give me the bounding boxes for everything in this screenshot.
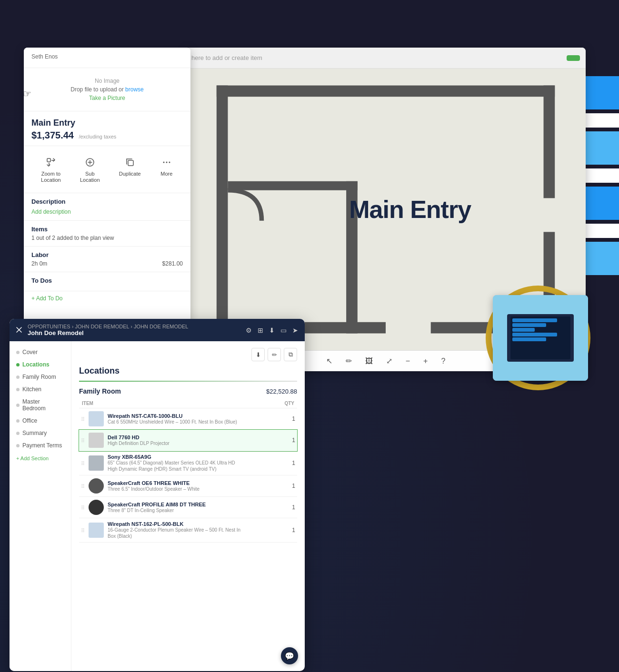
white-bar-2: [581, 168, 619, 183]
item-name: SpeakerCraft OE6 THREE WHITE: [108, 480, 200, 486]
svg-rect-2: [217, 86, 228, 334]
blue-accent-bars: [581, 76, 619, 275]
table-row: ⠿ Sony XBR-65A9G 65" Class (64.5" Diagon…: [79, 451, 297, 475]
item-name: Wirepath NST-CAT6-1000-BLU: [108, 413, 237, 419]
proposal-close-button[interactable]: [16, 326, 22, 335]
svg-point-14: [169, 162, 170, 163]
settings-icon-btn[interactable]: ⚙: [246, 326, 252, 334]
proposal-content: ⬇ ✏ ⧉ Locations Family Room $22,520.88 I…: [71, 341, 305, 671]
left-panel: Seth Enos No Image Drop file to upload o…: [24, 48, 190, 324]
location-price: $1,375.44: [31, 130, 74, 140]
ds-bar-3: [512, 328, 535, 332]
svg-rect-9: [47, 158, 50, 162]
toolbar-help-btn[interactable]: ?: [437, 355, 449, 367]
download-icon-btn[interactable]: ⬇: [269, 326, 275, 334]
search-add-button[interactable]: [567, 55, 580, 61]
sidebar-item-payment-terms[interactable]: Payment Terms: [10, 439, 71, 452]
more-button[interactable]: More: [155, 152, 178, 187]
sidebar-item-cover[interactable]: Cover: [10, 346, 71, 358]
image-upload-area[interactable]: No Image Drop file to upload or browse T…: [24, 68, 190, 111]
copy-action-btn[interactable]: ⧉: [284, 348, 297, 361]
floor-plan-search-bar[interactable]: here to add or create item: [186, 48, 586, 69]
device-preview-inner: [493, 295, 588, 381]
col-item-header: ITEM: [79, 399, 278, 408]
item-desc: 16-Gauge 2-Conductor Plenum Speaker Wire…: [108, 527, 241, 539]
proposal-body: Cover Locations Family Room Kitchen Mast…: [10, 341, 305, 671]
sub-location-button[interactable]: SubLocation: [75, 152, 105, 187]
download-action-btn[interactable]: ⬇: [251, 348, 265, 361]
take-picture-link[interactable]: Take a Picture: [31, 95, 183, 101]
duplicate-label: Duplicate: [119, 171, 141, 177]
browse-link[interactable]: browse: [125, 86, 144, 93]
labor-title: Labor: [31, 251, 183, 258]
item-thumb: [89, 455, 104, 471]
item-details: Wirepath NST-CAT6-1000-BLU Cat 6 550MHz …: [108, 413, 237, 425]
sidebar-dot-office: [16, 419, 20, 423]
drag-handle: ⠿: [81, 461, 85, 466]
sidebar-item-master-bedroom[interactable]: Master Bedroom: [10, 395, 71, 415]
svg-rect-8: [228, 181, 357, 190]
proposal-panel: OPPORTUNITIES › JOHN DOE REMODEL › JOHN …: [10, 319, 305, 671]
items-table: ITEM QTY ⠿ Wirepath NST-CAT6-1000-BLU Ca…: [79, 399, 297, 543]
toolbar-image-btn[interactable]: 🖼: [361, 355, 377, 367]
toolbar-expand-btn[interactable]: ⤢: [382, 355, 396, 367]
item-thumb: [89, 523, 104, 538]
ds-bar-1: [512, 318, 557, 322]
table-row: ⠿ Wirepath NST-CAT6-1000-BLU Cat 6 550MH…: [79, 408, 297, 430]
item-details: SpeakerCraft OE6 THREE WHITE Three 6.5" …: [108, 480, 200, 492]
add-todo-link[interactable]: + Add To Do: [24, 291, 190, 306]
blue-bar-1: [581, 76, 619, 109]
proposal-header-icons: ⚙ ⊞ ⬇ ▭ ➤: [246, 326, 298, 334]
toolbar-pen-btn[interactable]: ✏: [342, 355, 356, 367]
device-screen: [507, 314, 574, 362]
proposal-header: OPPORTUNITIES › JOHN DOE REMODEL › JOHN …: [10, 319, 305, 341]
search-placeholder: here to add or create item: [191, 54, 563, 61]
item-thumb: [89, 500, 104, 515]
todos-title: To Dos: [31, 277, 183, 284]
blue-bar-light-1: [581, 131, 619, 165]
edit-action-btn[interactable]: ✏: [268, 348, 281, 361]
sidebar-item-office[interactable]: Office: [10, 415, 71, 427]
item-desc: 65" Class (64.5" Diagonal) Master Series…: [108, 460, 241, 472]
locations-header: Locations: [79, 366, 297, 376]
sidebar-item-kitchen[interactable]: Kitchen: [10, 383, 71, 395]
item-name: Dell 7760 HD: [108, 435, 170, 440]
item-desc: Three 8" DT In-Ceiling Speaker: [108, 507, 206, 514]
blue-bar-2: [581, 187, 619, 220]
add-section-link[interactable]: + Add Section: [10, 452, 71, 465]
duplicate-button[interactable]: Duplicate: [114, 152, 146, 187]
description-section: Description Add description: [24, 193, 190, 221]
item-qty: 1: [278, 475, 297, 497]
item-name: Wirepath NST-162-PL-500-BLK: [108, 521, 241, 527]
table-row: ⠿ SpeakerCraft OE6 THREE WHITE Three 6.5…: [79, 475, 297, 497]
toolbar-cursor-btn[interactable]: ↖: [322, 355, 336, 367]
toolbar-zoom-in-btn[interactable]: +: [419, 355, 431, 367]
ds-bar-4: [512, 333, 557, 336]
sidebar-dot-family-room: [16, 376, 20, 379]
sidebar-item-locations[interactable]: Locations: [10, 358, 71, 371]
action-buttons-row: Zoom toLocation SubLocation Duplicate: [24, 146, 190, 193]
device-preview: [493, 295, 588, 381]
breadcrumb: OPPORTUNITIES › JOHN DOE REMODEL › JOHN …: [28, 324, 242, 329]
todos-section: To Dos: [24, 272, 190, 291]
sidebar-dot-master-bedroom: [16, 404, 20, 407]
sidebar-dot-kitchen: [16, 388, 20, 391]
send-icon-btn[interactable]: ➤: [292, 326, 298, 334]
grid-icon-btn[interactable]: ⊞: [258, 326, 263, 334]
sidebar-item-summary[interactable]: Summary: [10, 427, 71, 439]
present-icon-btn[interactable]: ▭: [280, 326, 287, 334]
drag-handle: ⠿: [81, 528, 85, 534]
zoom-to-location-button[interactable]: Zoom toLocation: [36, 152, 66, 187]
drag-handle: ⠿: [81, 484, 85, 489]
labor-time: 2h 0m: [31, 260, 47, 267]
add-description-link[interactable]: Add description: [31, 208, 71, 215]
drop-text: Drop file to upload or browse: [31, 86, 183, 93]
more-label: More: [160, 171, 172, 177]
sidebar-item-family-room[interactable]: Family Room: [10, 371, 71, 383]
toolbar-zoom-out-btn[interactable]: −: [402, 355, 414, 367]
item-desc: Three 6.5" Indoor/Outdoor Speaker – Whit…: [108, 486, 200, 492]
proposal-sidebar: Cover Locations Family Room Kitchen Mast…: [10, 341, 71, 671]
zoom-to-location-label: Zoom toLocation: [41, 171, 61, 183]
item-desc: High Definition DLP Projector: [108, 440, 170, 446]
chat-fab-button[interactable]: 💬: [281, 647, 298, 664]
